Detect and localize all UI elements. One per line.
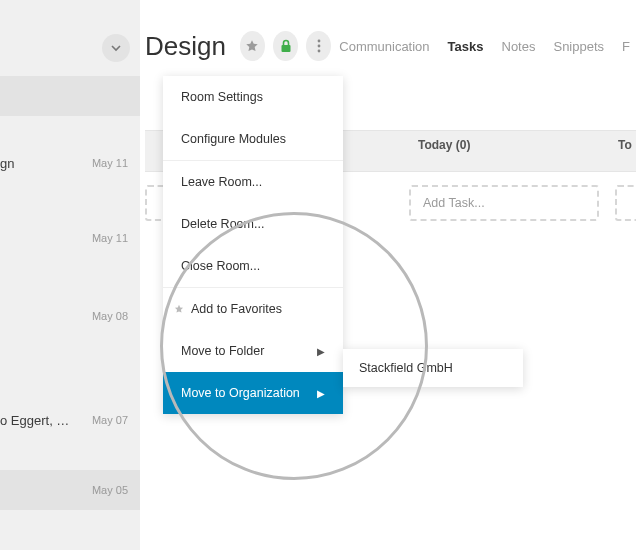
sidebar-item-date: May 08 [92,310,128,322]
privacy-indicator[interactable] [273,31,298,61]
tab-more[interactable]: F [622,39,630,54]
menu-item-label: Move to Folder [181,344,264,358]
menu-item-label: Move to Organization [181,386,300,400]
menu-item-label: Room Settings [181,90,263,104]
menu-item-label: Leave Room... [181,175,262,189]
room-header: Design Communication Tasks Notes Snippet… [145,26,636,66]
menu-item-configure-modules[interactable]: Configure Modules [163,118,343,160]
collapse-sidebar-button[interactable] [102,34,130,62]
add-task-input-tomorrow[interactable] [615,185,636,221]
room-title: Design [145,31,226,62]
sidebar: gn May 11 May 11 May 08 o Eggert, … May … [0,0,140,550]
sidebar-item[interactable]: o Eggert, … May 07 [0,400,140,440]
favorite-button[interactable] [240,31,265,61]
menu-item-add-to-favorites[interactable]: Add to Favorites [163,288,343,330]
menu-item-delete-room[interactable]: Delete Room... [163,203,343,245]
menu-item-label: Add to Favorites [191,302,282,316]
chevron-right-icon: ▶ [317,388,325,399]
add-task-input-today[interactable]: Add Task... [409,185,599,221]
column-header-today: Today (0) [418,138,470,152]
menu-item-move-to-organization[interactable]: Move to Organization ▶ [163,372,343,414]
menu-item-room-settings[interactable]: Room Settings [163,76,343,118]
tab-notes[interactable]: Notes [502,39,536,54]
svg-point-3 [317,50,320,53]
tab-communication[interactable]: Communication [339,39,429,54]
star-icon [245,39,259,53]
menu-item-close-room[interactable]: Close Room... [163,245,343,287]
menu-item-label: Delete Room... [181,217,264,231]
lock-icon [280,39,292,53]
room-menu-button[interactable] [306,31,331,61]
menu-item-label: Stackfield GmbH [359,361,453,375]
svg-point-1 [317,40,320,43]
svg-point-2 [317,45,320,48]
chevron-down-icon [110,42,122,54]
submenu-item-organization[interactable]: Stackfield GmbH [343,349,523,387]
svg-rect-0 [281,45,290,52]
room-tabs: Communication Tasks Notes Snippets F [339,39,636,54]
room-menu-dropdown: Room Settings Configure Modules Leave Ro… [163,76,343,414]
sidebar-item-date: May 11 [92,157,128,169]
sidebar-item-label: gn [0,156,14,171]
tab-tasks[interactable]: Tasks [448,39,484,54]
menu-item-label: Close Room... [181,259,260,273]
column-header-tomorrow: To [618,138,632,152]
sidebar-item[interactable]: May 11 [0,218,140,258]
tab-snippets[interactable]: Snippets [553,39,604,54]
menu-item-move-to-folder[interactable]: Move to Folder ▶ [163,330,343,372]
menu-item-leave-room[interactable]: Leave Room... [163,161,343,203]
move-to-organization-submenu: Stackfield GmbH [343,349,523,387]
sidebar-item-date: May 05 [92,484,128,496]
sidebar-item[interactable]: May 08 [0,296,140,336]
star-icon [173,304,185,314]
chevron-right-icon: ▶ [317,346,325,357]
sidebar-item-date: May 11 [92,232,128,244]
kebab-icon [317,39,321,53]
sidebar-item[interactable]: gn May 11 [0,143,140,183]
sidebar-item-date: May 07 [92,414,128,426]
menu-item-label: Configure Modules [181,132,286,146]
sidebar-item[interactable]: May 05 [0,470,140,510]
sidebar-item-label: o Eggert, … [0,413,69,428]
